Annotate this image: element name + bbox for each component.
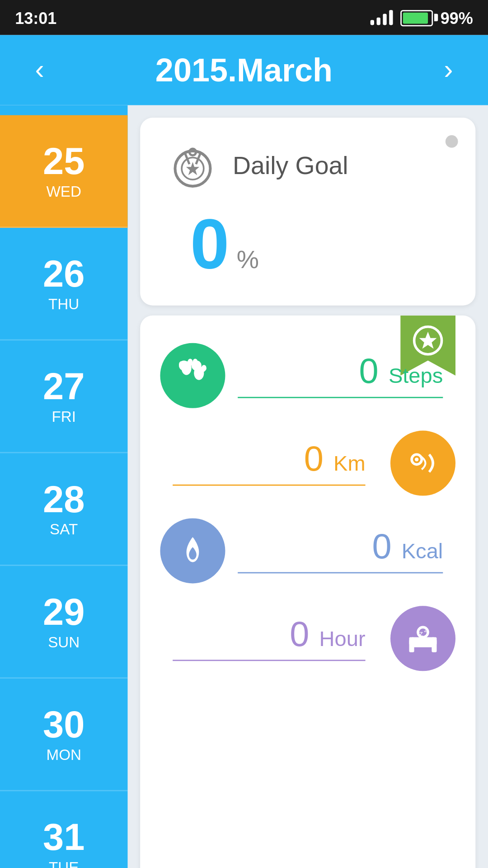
calendar-day-26[interactable]: 26THU bbox=[0, 228, 127, 340]
svg-rect-21 bbox=[432, 637, 436, 651]
hour-value-row: 0 Hour bbox=[173, 614, 365, 660]
header-title: 2015.March bbox=[155, 51, 333, 90]
svg-point-18 bbox=[415, 457, 418, 461]
kcal-value: 0 bbox=[372, 527, 391, 567]
km-icon-circle bbox=[390, 430, 455, 495]
hour-info: 0 Hour bbox=[160, 614, 378, 661]
svg-point-13 bbox=[179, 360, 189, 370]
main-content: 25WED26THU27FRI28SAT29SUN30MON31TUE Dail… bbox=[0, 105, 488, 868]
status-time: 13:01 bbox=[15, 8, 56, 27]
kcal-info: 0 Kcal bbox=[225, 527, 455, 574]
svg-text:z: z bbox=[419, 629, 423, 637]
km-row: 0 Km bbox=[160, 430, 455, 495]
kcal-value-row: 0 Kcal bbox=[238, 527, 443, 572]
kcal-icon-circle bbox=[160, 518, 225, 583]
hour-label: Hour bbox=[319, 627, 366, 652]
calendar-day-31[interactable]: 31TUE bbox=[0, 791, 127, 868]
kcal-underline bbox=[238, 572, 443, 574]
header: ‹ 2015.March › bbox=[0, 35, 488, 105]
battery-percent: 99% bbox=[441, 8, 473, 27]
calendar-day-29[interactable]: 29SUN bbox=[0, 566, 127, 679]
hour-underline bbox=[173, 660, 365, 661]
calendar-day-28[interactable]: 28SAT bbox=[0, 453, 127, 566]
signal-icon bbox=[371, 10, 393, 25]
calendar-sidebar: 25WED26THU27FRI28SAT29SUN30MON31TUE bbox=[0, 105, 127, 868]
daily-goal-value: 0 bbox=[178, 205, 229, 283]
svg-point-15 bbox=[192, 360, 202, 370]
km-value-row: 0 Km bbox=[173, 439, 365, 485]
daily-goal-card: Daily Goal 0 % bbox=[140, 118, 475, 305]
km-underline bbox=[173, 484, 365, 486]
daily-goal-title: Daily Goal bbox=[233, 151, 348, 180]
kcal-label: Kcal bbox=[402, 539, 443, 564]
calendar-day-27[interactable]: 27FRI bbox=[0, 340, 127, 453]
hour-value: 0 bbox=[290, 614, 309, 655]
stats-card: 0 Steps 0 Km bbox=[140, 315, 475, 868]
status-right: 99% bbox=[371, 8, 473, 27]
steps-icon-circle bbox=[160, 343, 225, 408]
daily-goal-unit: % bbox=[237, 245, 259, 274]
svg-text:z: z bbox=[424, 626, 427, 633]
next-month-button[interactable]: › bbox=[434, 44, 463, 96]
hour-row: 0 Hour z z bbox=[160, 605, 455, 670]
medal-icon bbox=[165, 138, 221, 193]
steps-value-row: 0 Steps bbox=[238, 352, 443, 397]
flame-icon bbox=[174, 532, 211, 569]
km-info: 0 Km bbox=[160, 439, 378, 486]
steps-row: 0 Steps bbox=[160, 343, 455, 408]
footprint-icon bbox=[174, 356, 211, 394]
steps-info: 0 Steps bbox=[225, 352, 455, 399]
km-label: Km bbox=[333, 452, 366, 476]
sleep-bed-icon: z z bbox=[404, 619, 441, 657]
kcal-row: 0 Kcal bbox=[160, 518, 455, 583]
calendar-day-25[interactable]: 25WED bbox=[0, 115, 127, 228]
calendar-day-30[interactable]: 30MON bbox=[0, 679, 127, 791]
goal-indicator bbox=[446, 135, 458, 148]
status-bar: 13:01 99% bbox=[0, 0, 488, 35]
svg-rect-20 bbox=[409, 637, 414, 651]
route-icon bbox=[404, 444, 441, 481]
battery-icon bbox=[400, 9, 433, 26]
svg-point-16 bbox=[200, 366, 206, 372]
right-panel: Daily Goal 0 % bbox=[127, 105, 488, 868]
steps-label: Steps bbox=[389, 364, 443, 389]
hour-icon-circle: z z bbox=[390, 605, 455, 670]
steps-value: 0 bbox=[359, 352, 379, 392]
km-value: 0 bbox=[304, 439, 324, 480]
card-header: Daily Goal bbox=[165, 138, 450, 193]
prev-month-button[interactable]: ‹ bbox=[25, 44, 54, 96]
steps-underline bbox=[238, 396, 443, 398]
svg-marker-2 bbox=[186, 162, 199, 175]
